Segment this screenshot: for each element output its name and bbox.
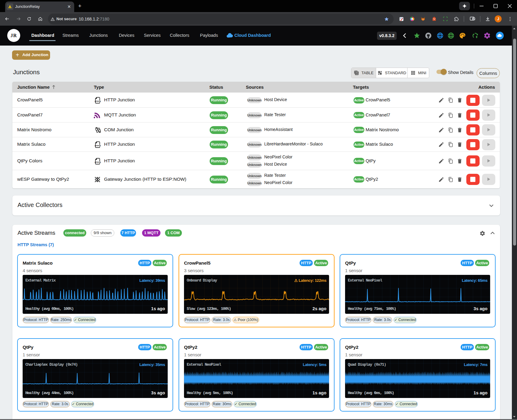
svg-text:HTTP:W: HTTP:W xyxy=(95,161,101,163)
svg-text:HTTP:W: HTTP:W xyxy=(95,145,101,147)
svg-text:HTTP:W: HTTP:W xyxy=(95,100,101,102)
